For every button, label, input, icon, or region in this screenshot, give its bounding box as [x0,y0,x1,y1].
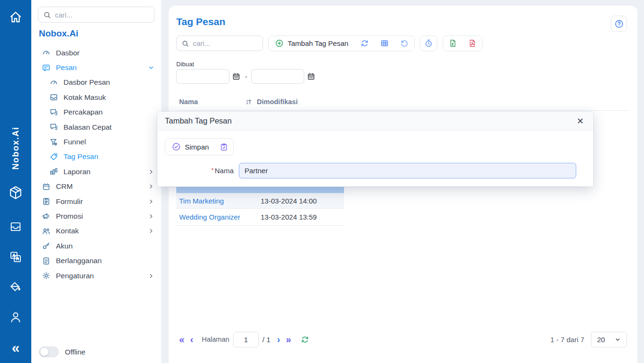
sidebar-item-label: Promosi [56,212,148,221]
result-range-text: 1 - 7 dari 7 [550,336,584,344]
sidebar-item-balasan-cepat[interactable]: Balasan Cepat [31,120,161,134]
sidebar-item-label: Percakapan [63,108,154,116]
close-icon[interactable]: ✕ [575,116,586,126]
sidebar-item-kotak-masuk[interactable]: Kotak Masuk [31,90,161,105]
refresh-button[interactable] [354,36,374,51]
export-excel-button[interactable] [443,36,463,51]
table-row[interactable]: Tim Marketing 13-03-2024 14:00 [176,193,344,209]
column-header-nama[interactable]: Nama [179,98,245,106]
search-icon [43,11,51,19]
inbox-icon [49,93,58,102]
page-size-select[interactable]: 20 [591,332,627,347]
export-pdf-button[interactable] [463,36,482,51]
sidebar-item-label: Kotak Masuk [63,93,154,102]
document-icon [42,257,51,266]
contacts-icon [42,227,51,236]
reload-table-icon[interactable] [300,335,309,344]
last-page-button[interactable]: » [283,335,294,344]
sidebar-item-label: Tag Pesan [63,152,154,161]
table-grid-icon [380,39,389,48]
page-size-value: 20 [597,336,605,344]
table-header: Nama Dimodifikasi [176,93,630,111]
message-icon [42,63,51,72]
sidebar-item-formulir[interactable]: Formulir [31,194,161,209]
first-page-button[interactable]: « [176,335,187,344]
page-title: Tag Pesan [176,16,225,27]
chevron-right-icon [148,228,154,234]
sidebar-item-label: Funnel [63,138,154,146]
offline-toggle[interactable] [39,346,59,357]
sidebar-brand: Nobox.Ai [39,28,78,39]
sidebar-item-dasbor-pesan[interactable]: Dasbor Pesan [31,75,161,90]
table-search[interactable] [176,35,263,51]
name-field[interactable] [239,163,576,178]
add-tag-button[interactable]: Tambah Tag Pesan [269,36,354,51]
date-to-input[interactable] [251,69,304,84]
translate-icon[interactable] [9,250,22,264]
collapse-sidebar-icon[interactable]: « [12,342,20,354]
megaphone-icon [42,212,51,221]
help-button[interactable] [611,16,627,32]
sidebar-item-pengaturan[interactable]: Pengaturan [31,268,161,283]
sidebar-item-tag-pesan[interactable]: Tag Pesan [31,150,161,164]
sidebar-item-promosi[interactable]: Promosi [31,209,161,223]
save-and-copy-button[interactable] [215,139,233,155]
sidebar-item-kontak[interactable]: Kontak [31,224,161,239]
sidebar-item-pesan[interactable]: Pesan [31,60,161,75]
table-row[interactable]: Wedding Organizer 13-03-2024 13:59 [176,209,344,226]
name-field-label: *Nama [157,167,239,175]
page-number-input[interactable] [233,332,259,347]
timer-group [420,35,437,51]
sidebar-item-label: Pengaturan [56,272,148,280]
sidebar-menu: Dasbor Pesan Dasbor Pesan Kotak Masuk Pe… [31,45,161,283]
sidebar-item-akun[interactable]: Akun [31,239,161,253]
calendar-icon[interactable] [232,72,240,80]
sidebar-item-laporan[interactable]: Laporan [31,164,161,179]
sidebar-item-funnel[interactable]: Funnel [31,134,161,149]
sidebar-item-percakapan[interactable]: Percakapan [31,105,161,120]
sidebar-search[interactable] [38,7,154,23]
tag-icon [49,152,58,161]
sidebar-item-crm[interactable]: CRM [31,179,161,194]
rail-brand-vertical: Nobox.Ai [11,127,21,170]
sidebar-item-dasbor[interactable]: Dasbor [31,45,161,60]
sidebar-item-label: Laporan [63,168,148,176]
sidebar-item-label: Pesan [56,63,148,72]
prev-page-button[interactable]: ‹ [187,335,196,344]
sidebar-item-label: Balasan Cepat [63,123,154,132]
sidebar-item-berlangganan[interactable]: Berlangganan [31,253,161,268]
primary-actions-group: Tambah Tag Pesan [268,35,415,51]
column-header-dimodifikasi[interactable]: Dimodifikasi [257,98,298,106]
stopwatch-button[interactable] [420,36,437,51]
sync-icon [360,39,369,48]
modal-save-group: Simpan [165,138,234,155]
sidebar-item-label: Kontak [56,227,148,235]
tag-name-link[interactable]: Wedding Organizer [179,213,261,221]
inbox-rail-icon[interactable] [9,220,22,233]
save-button[interactable]: Simpan [165,139,215,155]
table-search-input[interactable] [193,39,258,47]
tag-name-link[interactable]: Tim Marketing [179,197,261,205]
date-from-input[interactable] [176,69,229,84]
search-icon [181,40,189,47]
plus-circle-icon [275,39,284,48]
paint-bucket-icon[interactable] [9,281,22,294]
sidebar-item-label: CRM [56,182,148,191]
toolbar: Tambah Tag Pesan [176,35,482,51]
dashboard-icon [42,48,51,57]
chevron-down-icon [148,64,154,71]
columns-button[interactable] [374,36,394,51]
clipboard-check-icon [219,142,228,151]
sidebar-search-input[interactable] [55,11,149,19]
calendar-icon[interactable] [307,72,315,80]
sidebar-item-label: Dasbor [56,49,154,57]
next-page-button[interactable]: › [274,335,283,344]
dashboard-icon [49,78,58,87]
user-icon[interactable] [9,310,23,324]
sort-icon[interactable] [245,98,253,106]
export-group [443,35,482,51]
reset-button[interactable] [394,36,414,51]
home-icon[interactable] [8,9,23,25]
chevron-right-icon [148,168,154,175]
nobox-cube-logo-icon[interactable] [8,185,24,201]
